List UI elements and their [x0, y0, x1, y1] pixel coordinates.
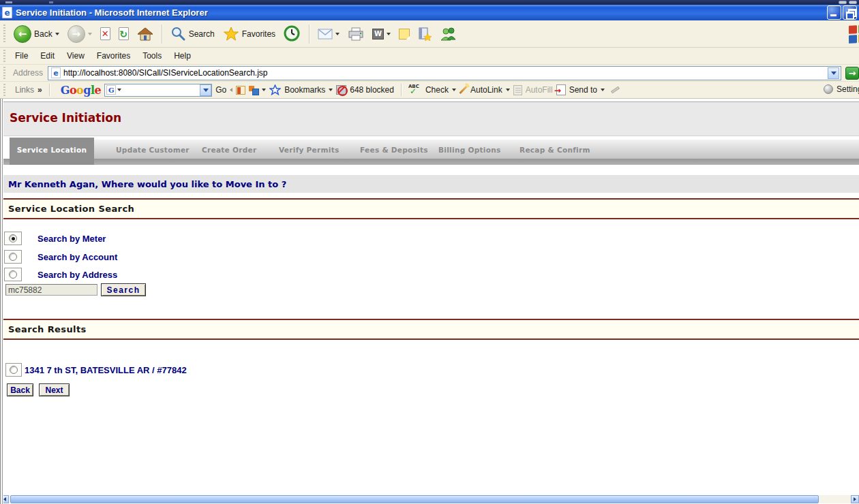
menu-help[interactable]: Help [168, 49, 197, 63]
search-query-input[interactable] [5, 284, 97, 296]
address-dropdown-button[interactable] [828, 67, 839, 79]
search-results-header: Search Results [0, 319, 859, 340]
greeting-text: Mr Kenneth Agan, Where would you like to… [8, 179, 286, 189]
google-letter: e [94, 84, 101, 97]
tab-create-order[interactable]: Create Order [202, 146, 256, 154]
windows-flag-logo [849, 25, 859, 44]
linksbar-grip [3, 84, 5, 96]
google-letter: g [83, 84, 91, 97]
links-chevron-icon[interactable]: » [37, 85, 42, 95]
note-icon [399, 29, 410, 40]
stop-button[interactable]: ✕ [97, 26, 114, 42]
radio-search-by-address[interactable] [9, 270, 17, 279]
radio-search-by-account[interactable] [9, 253, 17, 261]
options-caret[interactable] [262, 89, 266, 91]
ie-document-icon: e [2, 7, 12, 18]
forward-dropdown-caret [88, 33, 92, 35]
tab-fees-deposits[interactable]: Fees & Deposits [360, 146, 428, 154]
background-window-strip [0, 0, 859, 5]
bookmarks-button[interactable]: Bookmarks [284, 85, 325, 95]
back-nav-button[interactable]: Back [7, 383, 33, 396]
back-button[interactable]: ← Back [10, 24, 63, 44]
address-input[interactable]: e http://localhost:8080/SICall/SIService… [48, 66, 841, 80]
autolink-wand-icon [459, 86, 467, 94]
go-button[interactable]: → [845, 67, 859, 80]
tab-billing-options[interactable]: Billing Options [438, 146, 501, 154]
standard-toolbar: ← Back → ✕ ↻ Search [0, 20, 859, 48]
radio-cell [4, 250, 22, 264]
scrollbar-thumb[interactable] [10, 495, 819, 503]
google-go-button[interactable]: Go [215, 85, 226, 95]
tab-service-location-active[interactable]: Service Location [10, 138, 94, 165]
horizontal-scrollbar[interactable] [0, 495, 859, 503]
active-tab-label: Service Location [17, 146, 87, 165]
google-logo: Google [61, 84, 101, 97]
options-blocks-icon[interactable] [249, 86, 258, 95]
favorites-button[interactable]: Favorites [220, 25, 279, 43]
forward-button[interactable]: → [64, 24, 95, 44]
mail-dropdown-caret[interactable] [335, 33, 340, 35]
radio-cell [5, 363, 22, 377]
menu-view[interactable]: View [61, 49, 91, 63]
search-button[interactable]: Search [167, 25, 218, 43]
google-search-dropdown[interactable] [200, 84, 211, 96]
popup-blocked-count[interactable]: 648 blocked [350, 85, 394, 95]
messenger-button[interactable] [436, 25, 459, 43]
tab-recap-confirm[interactable]: Recap & Confirm [519, 146, 590, 154]
tab-update-customer[interactable]: Update Customer [116, 146, 190, 154]
autolink-button[interactable]: AutoLink [470, 85, 502, 95]
send-arrow-glyph: → [554, 86, 561, 95]
news-icon[interactable] [236, 86, 245, 95]
menu-tools[interactable]: Tools [136, 49, 168, 63]
home-button[interactable] [134, 25, 157, 43]
print-button[interactable] [344, 26, 367, 42]
back-dropdown-caret[interactable] [55, 33, 59, 35]
history-button[interactable] [280, 24, 304, 44]
tab-verify-permits[interactable]: Verify Permits [279, 146, 340, 154]
check-caret[interactable] [452, 89, 456, 91]
toolbar-collapse-toggle[interactable] [230, 88, 232, 92]
search-submit-button[interactable]: Search [101, 283, 146, 296]
background-window-button [849, 1, 857, 4]
autofill-button: AutoFill [526, 85, 553, 95]
radio-search-by-meter[interactable] [9, 234, 17, 242]
search-option-row: Search by Account [4, 250, 117, 264]
menu-edit[interactable]: Edit [34, 49, 61, 63]
refresh-button[interactable]: ↻ [115, 26, 132, 42]
page-content: Service Initiation Update Customer Creat… [0, 99, 859, 495]
edit-with-word-button[interactable]: W [369, 27, 394, 41]
ie-page-icon: e [51, 67, 61, 78]
word-icon: W [372, 29, 384, 40]
radio-result-address[interactable] [10, 366, 18, 374]
scroll-right-arrow[interactable] [851, 495, 859, 503]
refresh-glyph: ↻ [119, 29, 127, 40]
google-search-input[interactable]: G [104, 84, 212, 97]
menu-favorites[interactable]: Favorites [91, 49, 136, 63]
check-button[interactable]: Check [425, 85, 449, 95]
mail-button[interactable] [314, 27, 343, 41]
minimize-button[interactable] [827, 5, 841, 20]
search-result-row: 1341 7 th ST, BATESVILLE AR / #77842 [5, 363, 187, 377]
result-label: 1341 7 th ST, BATESVILLE AR / #77842 [25, 365, 187, 375]
next-nav-button[interactable]: Next [39, 383, 70, 396]
send-to-caret[interactable] [601, 89, 605, 91]
notes-button[interactable] [395, 27, 413, 41]
favorites-star-icon [223, 26, 239, 42]
popup-blocker-icon [336, 85, 346, 95]
restore-button[interactable] [843, 5, 857, 20]
research-button[interactable] [415, 26, 435, 42]
edit-dropdown-caret[interactable] [387, 33, 391, 35]
search-option-row: Search by Address [4, 268, 117, 281]
send-to-icon: → [556, 84, 566, 95]
research-icon [418, 27, 432, 41]
radio-label: Search by Address [37, 270, 117, 280]
send-to-button[interactable]: Send to [569, 85, 597, 95]
toolbar-separator [162, 25, 162, 44]
check-glyph: ✓ [410, 86, 417, 96]
title-bar: e Service Initiation - Microsoft Interne… [0, 5, 859, 20]
autolink-caret[interactable] [506, 89, 510, 91]
menu-file[interactable]: File [9, 49, 34, 63]
bookmarks-caret[interactable] [329, 89, 333, 91]
google-settings[interactable]: Settings [824, 84, 859, 94]
google-g-caret[interactable] [117, 89, 121, 91]
